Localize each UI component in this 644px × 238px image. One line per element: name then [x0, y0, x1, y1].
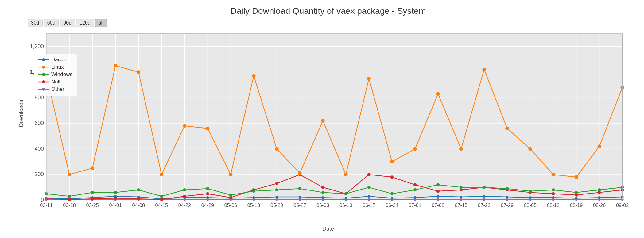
svg-text:03-25: 03-25 [86, 202, 99, 208]
svg-point-124 [529, 196, 531, 199]
chart-area: Downloads Date Darwin Linux Windows Null [25, 29, 632, 218]
svg-point-143 [367, 173, 370, 176]
svg-text:05-13: 05-13 [247, 202, 260, 208]
svg-point-87 [276, 198, 278, 201]
svg-text:06-03: 06-03 [316, 202, 329, 208]
svg-point-126 [575, 197, 577, 199]
btn-60d[interactable]: 60d [44, 19, 59, 27]
svg-point-182 [68, 173, 71, 176]
svg-point-175 [506, 187, 509, 190]
svg-point-158 [114, 191, 117, 194]
svg-point-190 [252, 74, 255, 78]
svg-point-122 [483, 195, 485, 198]
svg-point-5 [42, 73, 45, 76]
svg-text:0: 0 [41, 197, 44, 203]
svg-point-88 [299, 198, 301, 201]
svg-point-123 [506, 196, 508, 198]
svg-point-115 [322, 196, 324, 199]
svg-point-3 [42, 66, 45, 69]
svg-text:600: 600 [34, 120, 44, 126]
svg-text:08-26: 08-26 [593, 202, 606, 208]
svg-point-185 [137, 70, 140, 74]
svg-point-117 [368, 195, 370, 198]
btn-30d[interactable]: 30d [28, 19, 43, 27]
svg-text:07-15: 07-15 [455, 202, 467, 208]
svg-point-119 [414, 196, 416, 199]
svg-point-130 [68, 198, 71, 201]
svg-point-131 [91, 197, 94, 200]
legend: Darwin Linux Windows Null Other [34, 54, 77, 96]
svg-point-141 [321, 186, 324, 189]
svg-text:05-20: 05-20 [270, 202, 283, 208]
y-axis-label: Downloads [18, 100, 25, 127]
legend-null: Null [38, 79, 72, 85]
svg-text:06-24: 06-24 [386, 202, 398, 208]
svg-text:400: 400 [34, 145, 44, 152]
svg-text:03-18: 03-18 [63, 202, 76, 208]
svg-text:07-01: 07-01 [409, 202, 421, 208]
legend-linux: Linux [38, 64, 72, 70]
svg-point-97 [506, 198, 508, 201]
svg-text:03-11: 03-11 [40, 202, 52, 208]
svg-text:1,200: 1,200 [30, 43, 44, 49]
svg-point-133 [137, 197, 140, 200]
svg-point-177 [552, 188, 555, 191]
svg-point-173 [460, 186, 463, 189]
svg-point-94 [437, 198, 439, 201]
svg-point-172 [436, 183, 440, 186]
svg-text:05-27: 05-27 [293, 202, 306, 208]
svg-point-125 [552, 196, 554, 199]
svg-point-188 [206, 127, 209, 130]
svg-text:05-06: 05-06 [224, 202, 237, 208]
svg-point-120 [437, 195, 439, 198]
svg-point-1 [42, 58, 45, 61]
svg-point-189 [229, 173, 232, 176]
svg-point-184 [114, 64, 117, 67]
svg-point-127 [598, 196, 600, 199]
svg-point-193 [321, 119, 325, 123]
svg-point-205 [597, 144, 601, 148]
svg-point-116 [345, 197, 347, 199]
chart-container: Daily Download Quantity of vaex package … [0, 0, 644, 238]
svg-point-132 [114, 197, 117, 200]
svg-point-197 [413, 147, 417, 151]
svg-text:04-29: 04-29 [201, 202, 214, 208]
svg-point-118 [391, 197, 393, 199]
svg-point-159 [137, 188, 140, 191]
x-axis-label: Date [322, 226, 334, 232]
svg-text:07-29: 07-29 [501, 202, 514, 208]
svg-point-134 [160, 198, 163, 201]
svg-point-114 [299, 196, 301, 198]
svg-point-96 [483, 198, 485, 201]
svg-text:200: 200 [34, 171, 44, 177]
svg-point-161 [183, 188, 186, 191]
svg-point-7 [42, 80, 45, 83]
btn-120d[interactable]: 120d [76, 19, 94, 27]
svg-text:07-22: 07-22 [478, 202, 490, 208]
svg-point-195 [367, 77, 371, 80]
legend-other: Other [38, 86, 72, 92]
svg-text:09-02: 09-02 [616, 202, 629, 208]
svg-point-163 [229, 194, 232, 197]
legend-darwin: Darwin [38, 57, 72, 63]
svg-point-165 [275, 188, 278, 191]
svg-point-169 [367, 186, 370, 189]
main-chart-svg: 02004006008001,0001,20003-1103-1803-2504… [25, 29, 632, 218]
svg-text:04-15: 04-15 [155, 202, 168, 208]
btn-90d[interactable]: 90d [60, 19, 75, 27]
svg-point-110 [206, 196, 209, 199]
btn-all[interactable]: all [95, 19, 107, 27]
svg-point-204 [574, 175, 578, 179]
svg-text:07-08: 07-08 [432, 202, 444, 208]
svg-text:06-10: 06-10 [339, 202, 352, 208]
svg-point-144 [390, 175, 394, 178]
chart-title: Daily Download Quantity of vaex package … [25, 6, 632, 16]
svg-point-146 [436, 190, 440, 193]
svg-point-198 [436, 92, 440, 96]
svg-point-136 [206, 192, 209, 195]
svg-point-160 [160, 195, 163, 198]
svg-text:04-01: 04-01 [109, 202, 122, 208]
svg-point-156 [68, 195, 71, 198]
svg-point-196 [390, 160, 394, 163]
svg-point-186 [160, 173, 163, 176]
